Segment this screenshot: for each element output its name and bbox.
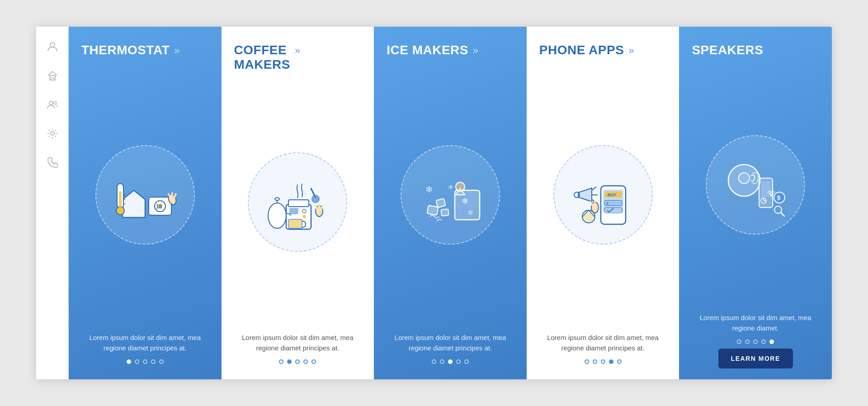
card-header-speakers: SPEAKERS xyxy=(679,27,832,66)
user-icon[interactable] xyxy=(46,40,59,53)
svg-text:$: $ xyxy=(606,201,609,206)
svg-text:❄: ❄ xyxy=(448,184,453,191)
illustration-circle-ice: ❄ ❄ ❄ ❄ xyxy=(401,145,500,245)
dot-4[interactable] xyxy=(609,359,613,364)
dot-5[interactable] xyxy=(464,359,469,364)
dot-2[interactable] xyxy=(593,359,597,364)
cards-container: THERMOSTAT » xyxy=(69,27,832,379)
dots-row-phone xyxy=(539,359,667,364)
dot-2[interactable] xyxy=(135,359,139,364)
svg-point-59 xyxy=(739,173,750,184)
card-coffee-makers: COFFEEMAKERS » xyxy=(222,27,374,379)
card-arrow-phone: » xyxy=(628,45,634,57)
svg-point-4 xyxy=(54,101,57,104)
svg-point-25 xyxy=(268,203,286,228)
card-bottom-coffee: Lorem ipsum dolor sit dim amet, mea regi… xyxy=(222,323,374,380)
illustration-circle-phone: BUY $ xyxy=(553,145,653,245)
card-illustration-ice: ❄ ❄ ❄ ❄ xyxy=(374,66,527,323)
dot-2[interactable] xyxy=(440,359,444,364)
home-icon[interactable] xyxy=(46,69,59,82)
card-thermostat: THERMOSTAT » xyxy=(69,27,222,379)
svg-point-3 xyxy=(49,101,53,105)
main-container: THERMOSTAT » xyxy=(36,27,832,379)
dot-4[interactable] xyxy=(456,359,461,364)
card-illustration-speakers: $ xyxy=(679,66,832,303)
dot-1[interactable] xyxy=(432,359,436,364)
settings-icon[interactable] xyxy=(46,127,59,140)
svg-rect-8 xyxy=(119,191,122,209)
dot-5[interactable] xyxy=(617,359,622,364)
card-bottom-phone: Lorem ipsum dolor sit dim amet, mea regi… xyxy=(527,323,679,380)
dots-row-coffee xyxy=(234,359,362,364)
card-header-thermostat: THERMOSTAT » xyxy=(69,27,222,66)
sidebar xyxy=(36,27,69,379)
dot-2[interactable] xyxy=(745,340,750,344)
card-ice-makers: ICE MAKERS » ❄ ❄ xyxy=(374,27,527,379)
svg-text:18: 18 xyxy=(156,203,162,210)
card-arrow-coffee: » xyxy=(295,45,300,57)
dot-5[interactable] xyxy=(769,340,774,344)
card-arrow-thermostat: » xyxy=(174,45,179,57)
card-illustration-phone: BUY $ xyxy=(527,66,679,323)
svg-rect-39 xyxy=(441,209,448,216)
card-bottom-speakers: Lorem ipsum dolor sit dim amet, mea regi… xyxy=(679,303,832,380)
card-header-phone: PHONE APPS » xyxy=(527,27,679,66)
dot-2[interactable] xyxy=(287,359,292,364)
dot-5[interactable] xyxy=(159,359,164,364)
card-title-speakers: SPEAKERS xyxy=(692,43,763,57)
svg-text:❄: ❄ xyxy=(425,184,433,194)
svg-text:❄: ❄ xyxy=(467,209,473,217)
dots-row-ice xyxy=(387,359,514,364)
card-title-phone: PHONE APPS xyxy=(539,43,624,57)
dot-1[interactable] xyxy=(585,359,589,364)
card-description-ice: Lorem ipsum dolor sit dim amet, mea regi… xyxy=(387,332,514,354)
learn-more-button[interactable]: LEARN MORE xyxy=(718,349,793,368)
svg-text:$: $ xyxy=(777,194,781,201)
svg-rect-38 xyxy=(427,205,439,215)
dot-3[interactable] xyxy=(601,359,605,364)
svg-line-69 xyxy=(781,212,784,216)
svg-text:BUY: BUY xyxy=(608,193,616,197)
dots-row-speakers xyxy=(692,340,819,344)
card-phone-apps: PHONE APPS » BUY $ xyxy=(527,27,679,379)
svg-point-26 xyxy=(275,198,279,200)
dot-3[interactable] xyxy=(295,359,300,364)
card-illustration-coffee xyxy=(222,81,374,323)
card-description-speakers: Lorem ipsum dolor sit dim amet, mea regi… xyxy=(692,312,819,334)
card-arrow-ice: » xyxy=(473,45,478,57)
card-description-phone: Lorem ipsum dolor sit dim amet, mea regi… xyxy=(539,332,667,354)
card-title-ice: ICE MAKERS xyxy=(387,43,468,57)
card-description-thermostat: Lorem ipsum dolor sit dim amet, mea regi… xyxy=(81,332,209,354)
contacts-icon[interactable] xyxy=(46,98,59,111)
illustration-circle-speakers: $ xyxy=(706,135,805,235)
card-bottom-ice: Lorem ipsum dolor sit dim amet, mea regi… xyxy=(374,323,527,380)
svg-rect-61 xyxy=(761,181,770,197)
card-title-coffee: COFFEEMAKERS xyxy=(234,43,290,72)
svg-rect-24 xyxy=(288,219,302,228)
svg-rect-31 xyxy=(289,208,298,214)
dot-1[interactable] xyxy=(737,340,741,344)
dot-1[interactable] xyxy=(127,359,131,364)
dot-4[interactable] xyxy=(151,359,156,364)
svg-point-62 xyxy=(770,194,773,196)
dot-5[interactable] xyxy=(311,359,316,364)
dot-3[interactable] xyxy=(448,359,453,364)
svg-rect-21 xyxy=(288,200,309,207)
dot-1[interactable] xyxy=(279,359,283,364)
svg-point-40 xyxy=(456,182,465,191)
phone-icon[interactable] xyxy=(46,156,59,169)
svg-point-0 xyxy=(50,42,55,47)
dot-3[interactable] xyxy=(143,359,147,364)
dot-4[interactable] xyxy=(761,340,766,344)
svg-point-23 xyxy=(312,195,319,203)
card-header-coffee: COFFEEMAKERS » xyxy=(222,27,374,81)
card-title-thermostat: THERMOSTAT xyxy=(81,43,170,57)
dot-4[interactable] xyxy=(303,359,308,364)
dots-row-thermostat xyxy=(81,359,209,364)
svg-rect-37 xyxy=(436,198,446,208)
svg-rect-2 xyxy=(51,78,54,80)
card-illustration-thermostat: 18 xyxy=(69,66,222,323)
svg-point-57 xyxy=(582,210,595,223)
dot-3[interactable] xyxy=(753,340,758,344)
illustration-circle-thermostat: 18 xyxy=(95,145,195,245)
